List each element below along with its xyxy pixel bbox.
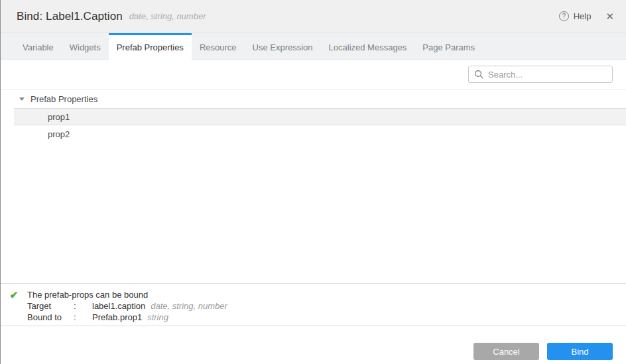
dialog-title-type-hint: date, string, number [129,11,206,21]
status-row-bound-to: Bound to : Prefab.prop1 string [27,312,626,323]
status-row-label: Bound to [27,312,74,323]
tab-content: Prefab Properties prop1 prop2 [1,60,626,283]
tab-use-expression[interactable]: Use Expression [245,33,321,59]
status-row-type-hint: string [147,312,168,323]
tab-page-params[interactable]: Page Params [414,33,483,59]
search-input[interactable] [488,70,607,80]
binding-status-lines: The prefab-props can be bound Target : l… [27,289,626,323]
status-row-type-hint: date, string, number [151,300,227,312]
help-circle-icon: ? [559,11,569,21]
dialog-title: Bind: Label1.Caption [17,10,123,23]
help-label: Help [574,11,592,21]
dialog-footer: Cancel Bind [1,326,626,364]
help-button[interactable]: ? Help [559,11,592,21]
search-row [1,60,626,90]
tree-item-prop1[interactable]: prop1 [14,108,626,125]
bind-dialog: Bind: Label1.Caption date, string, numbe… [0,0,626,364]
dialog-header: Bind: Label1.Caption date, string, numbe… [1,0,626,33]
tab-prefab-properties[interactable]: Prefab Properties [109,33,192,60]
status-row-label: Target [27,300,74,312]
tab-variable[interactable]: Variable [15,33,62,59]
tab-widgets[interactable]: Widgets [62,33,109,59]
tab-localized-messages[interactable]: Localized Messages [321,33,415,59]
tab-bar: Variable Widgets Prefab Properties Resou… [1,33,626,60]
tree-group-prefab-properties[interactable]: Prefab Properties [1,90,626,108]
status-row-value: Prefab.prop1 [92,312,142,323]
tab-resource[interactable]: Resource [192,33,245,59]
close-icon[interactable]: ✕ [605,11,614,23]
caret-down-icon [19,97,25,101]
status-row-target: Target : label1.caption date, string, nu… [27,300,626,312]
status-message: The prefab-props can be bound [27,289,626,300]
binding-status-panel: ✔ The prefab-props can be bound Target :… [1,283,626,326]
status-row-separator: : [74,312,92,323]
success-check-icon: ✔ [1,289,27,300]
status-row-value: label1.caption [92,300,145,312]
tree-group-label: Prefab Properties [31,94,97,104]
prefab-properties-tree: Prefab Properties prop1 prop2 [1,90,626,143]
tree-item-prop2[interactable]: prop2 [14,125,626,143]
search-box[interactable] [468,66,613,83]
search-icon [474,70,483,79]
cancel-button[interactable]: Cancel [473,343,539,360]
bind-button[interactable]: Bind [547,343,613,360]
status-row-separator: : [74,300,92,312]
